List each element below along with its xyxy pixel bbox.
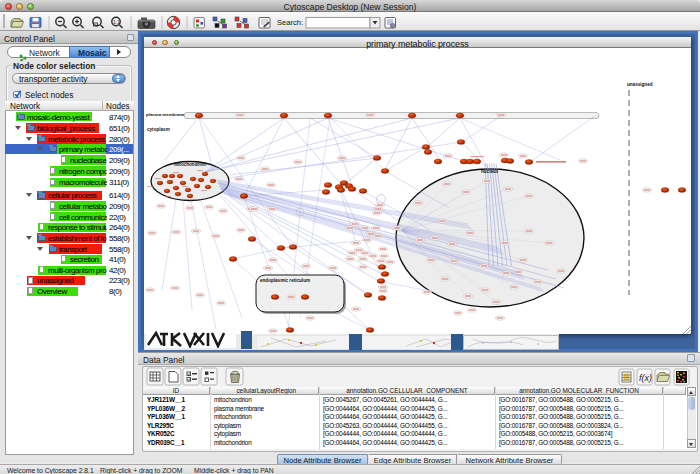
svg-text:endoplasmic reticulum: endoplasmic reticulum [260,278,310,283]
svg-text:f(x): f(x) [639,373,652,383]
svg-text:mitochondrion: mitochondrion [174,162,206,167]
svg-text:unassigned: unassigned [627,82,653,87]
svg-text:1:1: 1:1 [113,19,120,25]
svg-text:plasma membrane: plasma membrane [146,112,185,117]
svg-text:Search:: Search: [277,18,303,27]
svg-text:nucleus: nucleus [481,169,499,174]
svg-text:cytoplasm: cytoplasm [147,127,170,132]
